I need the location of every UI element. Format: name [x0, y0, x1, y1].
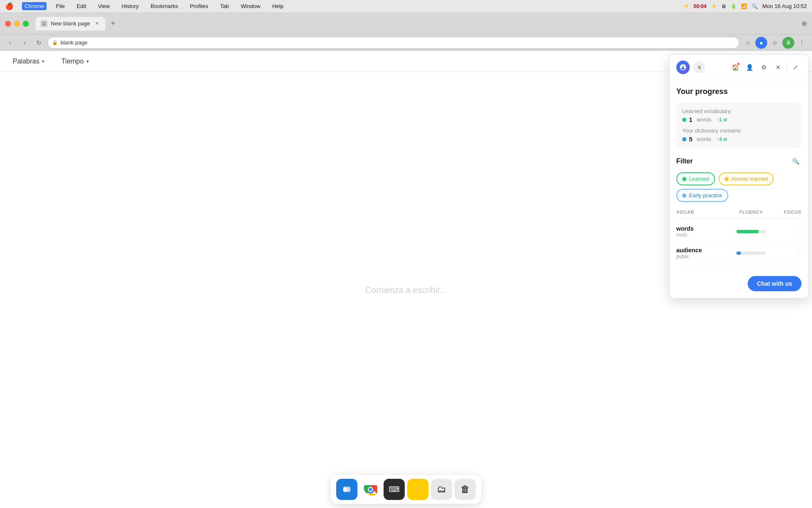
- dock-terminal-icon[interactable]: ⌨: [384, 479, 405, 500]
- page-content: Palabras ▾ Tiempo ▾ Comienza a escribir.…: [0, 51, 812, 508]
- pause-button[interactable]: ⏸: [693, 61, 705, 73]
- close-tab-button[interactable]: ✕: [93, 20, 100, 27]
- vocab-word-cell: words mots: [676, 225, 726, 238]
- focus-cell[interactable]: ♡: [776, 228, 801, 236]
- apple-menu[interactable]: 🍎: [5, 2, 14, 10]
- menu-history[interactable]: History: [119, 2, 141, 10]
- profile-icon[interactable]: 👤: [743, 61, 755, 73]
- fullscreen-window-button[interactable]: [23, 21, 29, 27]
- vocab-col-vocab: VOCAB: [676, 210, 726, 215]
- table-row: audience public ♡: [676, 243, 801, 264]
- menu-help[interactable]: Help: [270, 2, 286, 10]
- menubar-search-icon[interactable]: 🔍: [752, 3, 758, 9]
- word-translation: mots: [676, 232, 726, 238]
- early-pill-dot: [682, 193, 686, 198]
- menu-bar: 🍎 Chrome File Edit View History Bookmark…: [0, 0, 812, 13]
- tiempo-label: Tiempo: [61, 58, 84, 65]
- menu-edit[interactable]: Edit: [74, 2, 88, 10]
- menu-chrome[interactable]: Chrome: [22, 2, 47, 10]
- vocabulary-panel: ⏸ 🏠 👤 ⚙ ✕ ⤢ Your progress: [669, 54, 809, 298]
- menu-window[interactable]: Window: [238, 2, 263, 10]
- tab-title: New blank page: [51, 20, 90, 27]
- refresh-button[interactable]: ↻: [33, 37, 45, 49]
- filter-pill-learned[interactable]: Learned: [676, 172, 715, 185]
- menu-bookmarks[interactable]: Bookmarks: [148, 2, 181, 10]
- forward-button[interactable]: ›: [19, 37, 30, 49]
- svg-point-2: [346, 486, 351, 492]
- palabras-button[interactable]: Palabras ▾: [8, 55, 49, 68]
- dictionary-row: Your dictionary contains: 5 words ↑4 w: [682, 127, 796, 143]
- menu-file[interactable]: File: [53, 2, 67, 10]
- dock-chrome-icon[interactable]: [360, 479, 381, 500]
- traffic-lights: [5, 21, 29, 27]
- word-translation: public: [676, 254, 726, 260]
- panel-logo: [676, 61, 690, 74]
- focus-cell[interactable]: ♡: [776, 249, 801, 257]
- dock-trash-icon[interactable]: 🗑: [455, 479, 476, 500]
- filter-header: Filter 🔍: [676, 155, 801, 167]
- browser-tab-bar: 🗋 New blank page ✕ + ⊕: [0, 13, 812, 35]
- minimize-window-button[interactable]: [14, 21, 20, 27]
- filter-search-button[interactable]: 🔍: [790, 155, 801, 167]
- more-options-button[interactable]: ⋮: [796, 37, 808, 49]
- tiempo-chevron-icon: ▾: [86, 58, 89, 64]
- table-row: words mots ♡: [676, 221, 801, 243]
- learned-dot: [682, 118, 686, 122]
- fluency-bar-bg: [736, 251, 766, 255]
- favorite-heart-icon[interactable]: ♡: [796, 249, 801, 257]
- menubar-timer: 00:04: [694, 3, 707, 9]
- dock-files-icon[interactable]: 🗂: [431, 479, 452, 500]
- menubar-monitor-icon: 🖥: [721, 3, 726, 9]
- browser-extensions-icon: ⊕: [801, 19, 807, 28]
- progress-card: Learned vocabulary: 1 words ↑1 w Your di…: [676, 102, 801, 149]
- favorite-heart-icon[interactable]: ♡: [796, 228, 801, 236]
- bookmark-star-button[interactable]: ☆: [742, 37, 754, 49]
- notification-badge: [737, 62, 740, 66]
- vocab-col-fluency: FLUENCY: [726, 210, 776, 215]
- fluency-bar-fill: [736, 251, 741, 255]
- menubar-right: ⚡ 00:04 ⚡ 🖥 🔋 📶 🔍 Mon 16 Aug 10:52: [683, 3, 807, 9]
- nav-right-icons: ☆ ● ⊹ S ⋮: [742, 37, 808, 49]
- dict-label: Your dictionary contains:: [682, 127, 796, 134]
- menu-view[interactable]: View: [96, 2, 112, 10]
- learned-label: Learned vocabulary:: [682, 108, 796, 114]
- word-text: audience: [676, 247, 726, 254]
- learned-unit: words: [697, 116, 711, 123]
- menu-profiles[interactable]: Profiles: [187, 2, 211, 10]
- panel-footer: Chat with us: [669, 271, 808, 298]
- early-pill-label: Early practice: [689, 192, 722, 199]
- fluency-bar-fill: [736, 230, 759, 233]
- settings-icon[interactable]: ⚙: [758, 61, 770, 73]
- menubar-battery2-icon: 🔋: [730, 3, 737, 9]
- url-bar[interactable]: 🔒 blank.page: [47, 37, 739, 49]
- menubar-battery-icon: ⚡: [683, 3, 689, 9]
- learned-delta: ↑1 w: [716, 117, 727, 123]
- learned-pill-label: Learned: [689, 176, 709, 182]
- svg-point-6: [369, 488, 372, 491]
- tiempo-button[interactable]: Tiempo ▾: [57, 55, 93, 68]
- panel-title: Your progress: [676, 87, 801, 96]
- extensions-button[interactable]: ⊹: [769, 37, 781, 49]
- dict-delta: ↑4 w: [716, 136, 727, 142]
- chat-with-us-button[interactable]: Chat with us: [748, 276, 801, 291]
- close-window-button[interactable]: [5, 21, 11, 27]
- expand-panel-button[interactable]: ⤢: [790, 61, 801, 73]
- dock-finder-icon[interactable]: [336, 479, 357, 500]
- dock-notes-icon[interactable]: ⚡: [407, 479, 428, 500]
- menu-tab[interactable]: Tab: [217, 2, 231, 10]
- panel-body: Your progress Learned vocabulary: 1 word…: [669, 80, 808, 271]
- extension-active-button[interactable]: ●: [755, 37, 767, 49]
- profile-avatar[interactable]: S: [782, 37, 794, 49]
- vocab-table-header: VOCAB FLUENCY FOCUS: [676, 208, 801, 218]
- filter-pill-early-practice[interactable]: Early practice: [676, 189, 728, 202]
- new-tab-button[interactable]: +: [107, 18, 119, 30]
- palabras-chevron-icon: ▾: [42, 58, 44, 64]
- active-tab[interactable]: 🗋 New blank page ✕: [36, 17, 105, 30]
- back-button[interactable]: ‹: [4, 37, 16, 49]
- almost-pill-dot: [724, 177, 729, 181]
- notification-icon[interactable]: 🏠: [729, 61, 741, 73]
- close-panel-button[interactable]: ✕: [772, 61, 784, 73]
- filter-pill-almost-learned[interactable]: Almost learned: [719, 172, 774, 185]
- vocab-table: VOCAB FLUENCY FOCUS words mots: [676, 208, 801, 264]
- palabras-label: Palabras: [13, 58, 39, 65]
